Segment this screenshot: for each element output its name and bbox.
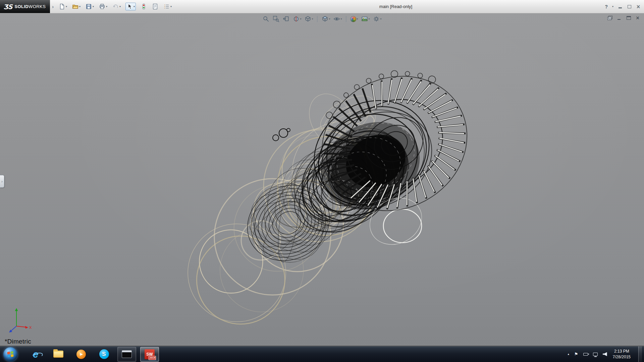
hidden-icons-chevron[interactable]: ▴ — [568, 353, 569, 356]
taskbar-internet-explorer[interactable]: e — [26, 347, 45, 362]
dropdown-arrow-icon[interactable]: ▾ — [170, 5, 172, 8]
display-style-icon — [321, 15, 328, 22]
zoom-to-area-button[interactable] — [272, 15, 280, 23]
dropdown-arrow-icon[interactable]: ▾ — [300, 18, 301, 20]
windows-logo-icon — [7, 351, 14, 357]
minimize-icon — [619, 7, 622, 8]
heads-up-view-toolbar: ▾ ▾ ▾ ▾ ▾ ▾ — [262, 15, 382, 23]
dropdown-arrow-icon[interactable]: ▾ — [357, 18, 358, 20]
doc-close-button[interactable]: × — [636, 16, 640, 20]
dropdown-arrow-icon[interactable]: ▾ — [133, 5, 135, 8]
doc-restore-button[interactable] — [607, 16, 612, 20]
dropdown-arrow-icon[interactable]: ▾ — [329, 18, 330, 20]
coordinate-triad: X — [5, 305, 38, 339]
skype-icon: S — [99, 349, 109, 359]
clock-date: 7/28/2015 — [613, 354, 631, 360]
dropdown-arrow-icon[interactable]: ▾ — [340, 18, 342, 20]
system-tray: ▴ ⚑ 2:13 PM 7/28/2015 — [568, 346, 644, 362]
dropdown-arrow-icon[interactable]: ▾ — [79, 5, 80, 8]
view-settings-button[interactable]: ▾ — [373, 15, 382, 23]
scene-icon — [361, 15, 368, 22]
appearance-ball-icon — [351, 16, 357, 22]
minimize-button[interactable] — [618, 4, 623, 9]
save-button[interactable]: ▾ — [85, 3, 94, 10]
display-style-button[interactable]: ▾ — [321, 15, 330, 23]
solidworks-logo: ƷS SOLIDWORKS — [0, 0, 50, 13]
print-button[interactable]: ▾ — [99, 3, 108, 10]
titlebar-controls: ? ▾ × — [605, 0, 641, 13]
taskbar-clock[interactable]: 2:13 PM 7/28/2015 — [612, 349, 633, 359]
volume-icon[interactable] — [603, 352, 607, 356]
section-view-button[interactable]: ▾ — [292, 15, 302, 23]
open-folder-icon — [72, 3, 78, 10]
new-document-icon — [59, 3, 65, 10]
show-desktop-button[interactable] — [638, 346, 642, 362]
doc-minimize-button[interactable] — [617, 16, 622, 20]
print-icon — [99, 3, 105, 10]
play-icon: ▶ — [80, 352, 83, 356]
edit-appearance-button[interactable]: ▾ — [350, 16, 359, 22]
view-orientation-label: *Dimetric — [5, 338, 31, 345]
document-window-controls: × — [607, 16, 640, 20]
dropdown-arrow-icon[interactable]: ▾ — [369, 18, 370, 20]
options-icon — [163, 3, 170, 10]
undo-button[interactable]: ▾ — [112, 3, 121, 10]
dropdown-arrow-icon[interactable]: ▾ — [93, 5, 94, 8]
dropdown-arrow-icon[interactable]: ▾ — [106, 5, 107, 8]
previous-view-button[interactable] — [282, 15, 290, 23]
dropdown-arrow-icon[interactable]: ▾ — [380, 18, 382, 20]
dassault-logo-icon: ƷS — [3, 3, 12, 10]
taskbar-file-explorer[interactable] — [49, 347, 68, 362]
rebuild-icon — [141, 3, 147, 10]
apply-scene-button[interactable]: ▾ — [361, 15, 370, 23]
toolbar-separator — [317, 16, 317, 22]
zoom-to-area-icon — [272, 15, 279, 22]
select-tool-button[interactable]: ▾ — [125, 3, 136, 10]
hide-show-items-button[interactable]: ▾ — [333, 15, 342, 23]
select-arrow-icon — [126, 3, 133, 10]
dropdown-arrow-icon[interactable]: ▾ — [119, 5, 121, 8]
zoom-to-fit-button[interactable] — [262, 15, 270, 23]
quick-access-toolbar: ▾ ▾ ▾ ▾ ▾ ▾ — [58, 3, 172, 10]
undo-icon — [112, 3, 119, 10]
taskbar-skype[interactable]: S — [95, 347, 113, 362]
page-title: main [Read-only] — [379, 0, 412, 13]
taskbar: e ▶ S SW 2015 ▴ ⚑ — [0, 346, 644, 362]
action-center-flag-icon[interactable]: ⚑ — [574, 352, 578, 356]
feature-panel-collapsed-tab[interactable]: › — [0, 175, 4, 188]
taskbar-solidworks[interactable]: SW 2015 — [140, 347, 159, 362]
3d-model-wireframe[interactable] — [188, 54, 476, 315]
graphics-area[interactable]: ▾ ▾ ▾ ▾ ▾ ▾ — [0, 13, 644, 346]
previous-view-icon — [282, 15, 289, 22]
help-dropdown-arrow-icon[interactable]: ▾ — [612, 5, 613, 8]
view-settings-gear-icon — [373, 15, 380, 22]
doc-maximize-button[interactable] — [626, 16, 631, 20]
dropdown-arrow-icon[interactable]: ▾ — [312, 18, 313, 20]
close-button[interactable]: × — [636, 4, 641, 9]
battery-icon[interactable] — [583, 353, 588, 356]
file-properties-button[interactable] — [152, 3, 159, 10]
command-prompt-icon — [122, 350, 132, 358]
help-button[interactable]: ? — [605, 4, 608, 9]
new-document-button[interactable]: ▾ — [58, 3, 67, 10]
internet-explorer-icon: e — [33, 349, 39, 359]
rebuild-button[interactable] — [140, 3, 147, 10]
toolbar-separator — [346, 16, 346, 22]
solidworks-year-badge: 2015 — [149, 356, 156, 360]
start-button[interactable] — [3, 347, 17, 361]
dropdown-arrow-icon[interactable]: ▾ — [66, 5, 67, 8]
view-orientation-icon — [304, 15, 311, 22]
open-file-button[interactable]: ▾ — [72, 3, 81, 10]
folder-icon — [53, 351, 63, 358]
triad-x-label: X — [29, 325, 32, 329]
taskbar-media-player[interactable]: ▶ — [72, 347, 91, 362]
taskbar-command-prompt[interactable] — [117, 347, 136, 362]
menu-expand-chevron[interactable]: › — [52, 4, 54, 9]
desktop-screen: ƷS SOLIDWORKS › ▾ ▾ ▾ ▾ ▾ — [0, 0, 644, 362]
view-orientation-button[interactable]: ▾ — [304, 15, 313, 23]
display-network-icon[interactable] — [593, 353, 598, 356]
titlebar: ƷS SOLIDWORKS › ▾ ▾ ▾ ▾ ▾ — [0, 0, 644, 13]
maximize-button[interactable] — [627, 4, 632, 9]
maximize-icon — [628, 5, 631, 8]
options-button[interactable]: ▾ — [163, 3, 172, 10]
